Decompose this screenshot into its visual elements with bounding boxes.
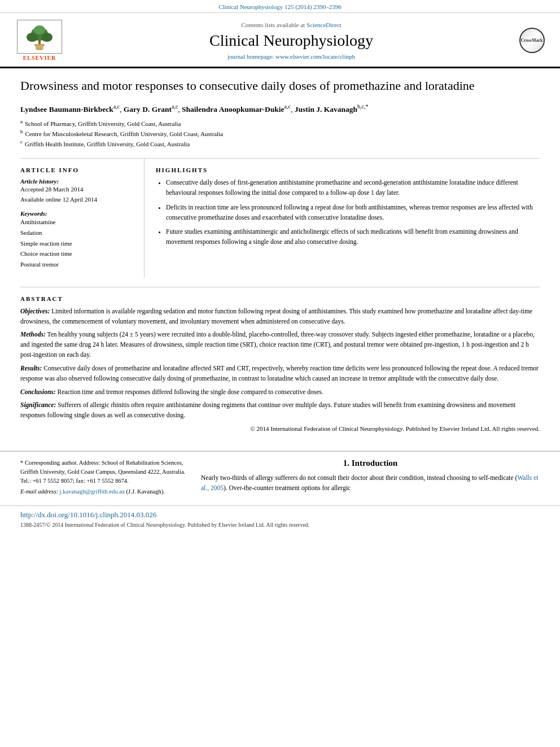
keyword-1: Antihistamine bbox=[20, 217, 135, 228]
authors-line: Lyndsee Baumann-Birkbecka,c, Gary D. Gra… bbox=[20, 102, 540, 115]
abstract-heading: ABSTRACT bbox=[20, 295, 540, 302]
elsevier-label: ELSEVIER bbox=[23, 55, 56, 61]
copyright-bottom: 1388-2457/© 2014 International Federatio… bbox=[20, 522, 540, 528]
intro-heading: 1. Introduction bbox=[201, 458, 540, 468]
article-history: Article history: Accepted 28 March 2014 … bbox=[20, 178, 135, 204]
svg-point-5 bbox=[34, 25, 45, 34]
footnotes-column: * Corresponding author. Address: School … bbox=[20, 458, 190, 499]
svg-point-4 bbox=[41, 33, 53, 42]
highlights-column: HIGHLIGHTS Consecutive daily doses of fi… bbox=[145, 159, 540, 278]
article-info-heading: ARTICLE INFO bbox=[20, 167, 135, 173]
significance-label: Significance: bbox=[20, 401, 56, 408]
results-label: Results: bbox=[20, 365, 42, 372]
keywords-section: Keywords: Antihistamine Sedation Simple … bbox=[20, 210, 135, 269]
accepted-date: Accepted 28 March 2014 bbox=[20, 185, 135, 195]
doi-bar: http://dx.doi.org/10.1016/j.clinph.2014.… bbox=[0, 505, 560, 532]
email-note: E-mail address: j.kavanagh@griffith.edu.… bbox=[20, 487, 190, 496]
abstract-significance: Significance: Sufferers of allergic rhin… bbox=[20, 400, 540, 421]
email-name: (J.J. Kavanagh). bbox=[126, 488, 165, 495]
walls-citation: Walls et al., 2005 bbox=[201, 474, 538, 491]
article-info-highlights: ARTICLE INFO Article history: Accepted 2… bbox=[20, 158, 540, 278]
available-date: Available online 12 April 2014 bbox=[20, 195, 135, 205]
article-info-column: ARTICLE INFO Article history: Accepted 2… bbox=[20, 159, 145, 278]
highlight-1: Consecutive daily doses of first-generat… bbox=[166, 178, 540, 198]
svg-rect-6 bbox=[34, 44, 45, 46]
journal-header-center: Contents lists available at ScienceDirec… bbox=[68, 21, 515, 60]
abstract-methods: Methods: Ten healthy young subjects (24 … bbox=[20, 330, 540, 360]
journal-title: Clinical Neurophysiology bbox=[68, 32, 515, 50]
results-text: Consecutive daily doses of promethazine … bbox=[20, 365, 539, 382]
affiliation-c: c Griffith Health Institute, Griffith Un… bbox=[20, 139, 540, 150]
elsevier-tree-logo bbox=[17, 20, 62, 54]
abstract-body: Objectives: Limited information is avail… bbox=[20, 307, 540, 434]
abstract-conclusions: Conclusions: Reaction time and tremor re… bbox=[20, 387, 540, 397]
svg-rect-7 bbox=[36, 46, 43, 49]
author-4-sup: b,c,* bbox=[357, 103, 368, 110]
conclusions-label: Conclusions: bbox=[20, 388, 56, 395]
contents-line: Contents lists available at ScienceDirec… bbox=[68, 21, 515, 28]
journal-reference: Clinical Neurophysiology 125 (2014) 2390… bbox=[0, 0, 560, 13]
keyword-3: Simple reaction time bbox=[20, 238, 135, 249]
intro-paragraph: Nearly two-thirds of allergy sufferers d… bbox=[201, 473, 540, 493]
journal-homepage: journal homepage: www.elsevier.com/locat… bbox=[68, 53, 515, 60]
science-direct-link[interactable]: ScienceDirect bbox=[307, 21, 342, 28]
author-4: Justin J. Kavanagh bbox=[295, 104, 357, 113]
corresponding-author-note: * Corresponding author. Address: School … bbox=[20, 458, 190, 485]
affiliation-b: b Centre for Musculoskeletal Research, G… bbox=[20, 129, 540, 139]
affiliation-a: a School of Pharmacy, Griffith Universit… bbox=[20, 119, 540, 129]
keyword-2: Sedation bbox=[20, 228, 135, 238]
author-3-sup: a,c bbox=[285, 103, 291, 110]
objectives-label: Objectives: bbox=[20, 308, 50, 314]
main-content: Drowsiness and motor responses to consec… bbox=[0, 68, 560, 451]
highlight-3: Future studies examining antihistaminerg… bbox=[166, 227, 540, 247]
methods-label: Methods: bbox=[20, 331, 46, 338]
author-2: Gary D. Grant bbox=[124, 104, 172, 113]
abstract-results: Results: Consecutive daily doses of prom… bbox=[20, 364, 540, 384]
doi-link[interactable]: http://dx.doi.org/10.1016/j.clinph.2014.… bbox=[20, 510, 540, 519]
highlight-2: Deficits in reaction time are less prono… bbox=[166, 203, 540, 223]
crossmark-logo: CrossMark bbox=[515, 28, 549, 53]
highlights-heading: HIGHLIGHTS bbox=[156, 167, 540, 173]
crossmark-icon: CrossMark bbox=[519, 28, 545, 53]
conclusions-text: Reaction time and tremor responses diffe… bbox=[58, 388, 323, 395]
history-label: Article history: bbox=[20, 178, 135, 185]
keyword-4: Choice reaction time bbox=[20, 248, 135, 259]
elsevier-logo: ELSEVIER bbox=[11, 20, 68, 61]
significance-text: Sufferers of allergic rhinitis often req… bbox=[20, 401, 515, 418]
journal-header: ELSEVIER Contents lists available at Sci… bbox=[0, 13, 560, 68]
author-2-sup: a,c bbox=[172, 103, 178, 110]
author-1: Lyndsee Baumann-Birkbeck bbox=[20, 104, 113, 113]
introduction-column: 1. Introduction Nearly two-thirds of all… bbox=[201, 458, 540, 499]
keywords-label: Keywords: bbox=[20, 210, 135, 217]
email-link[interactable]: j.kavanagh@griffith.edu.au bbox=[60, 488, 125, 495]
abstract-objectives: Objectives: Limited information is avail… bbox=[20, 307, 540, 327]
page: Clinical Neurophysiology 125 (2014) 2390… bbox=[0, 0, 560, 747]
email-label: E-mail address: bbox=[20, 488, 58, 495]
svg-point-3 bbox=[27, 33, 38, 42]
author-1-sup: a,c bbox=[113, 103, 120, 110]
author-3: Shailendra Anoopkumar-Dukie bbox=[182, 104, 284, 113]
highlights-list: Consecutive daily doses of first-generat… bbox=[156, 178, 540, 247]
objectives-text: Limited information is available regardi… bbox=[20, 308, 532, 325]
abstract-copyright: © 2014 International Federation of Clini… bbox=[20, 424, 540, 434]
methods-text: Ten healthy young subjects (24 ± 5 years… bbox=[20, 331, 535, 358]
abstract-section: ABSTRACT Objectives: Limited information… bbox=[20, 287, 540, 434]
tree-svg-icon bbox=[20, 21, 59, 53]
journal-reference-text: Clinical Neurophysiology 125 (2014) 2390… bbox=[218, 3, 342, 10]
affiliations: a School of Pharmacy, Griffith Universit… bbox=[20, 119, 540, 149]
keyword-5: Postural tremor bbox=[20, 259, 135, 270]
article-title: Drowsiness and motor responses to consec… bbox=[20, 77, 540, 94]
bottom-area: * Corresponding author. Address: School … bbox=[0, 451, 560, 499]
intro-text: Nearly two-thirds of allergy sufferers d… bbox=[201, 473, 540, 493]
